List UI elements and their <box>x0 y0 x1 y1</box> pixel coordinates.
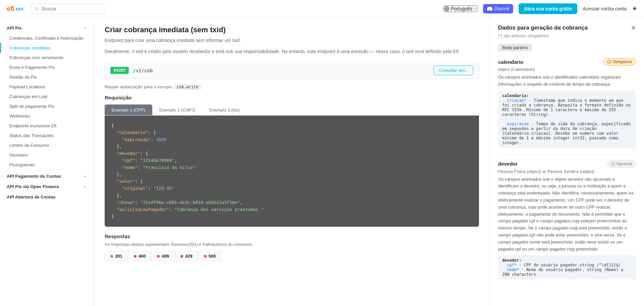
theme-toggle-button[interactable]: ☀ <box>632 5 637 12</box>
svg-line-1 <box>38 9 39 10</box>
body-params-badge: Body params <box>498 44 532 51</box>
code-line-5: "devedor": { <box>111 150 472 157</box>
consult-attributes-button[interactable]: Consultar atri... <box>434 65 473 75</box>
code-line-7: "nome": "Francisco da Silva" <box>111 164 472 171</box>
sidebar-item-payload-locations[interactable]: Payload Locations <box>0 82 94 92</box>
translate-icon <box>444 6 449 11</box>
tab-cpf[interactable]: Exemplo 1 (CPF) <box>105 104 152 115</box>
sidebar-api-abertura-label: API Abertura de Contas <box>7 194 55 200</box>
logo: efi PAY <box>7 4 24 13</box>
header-right: Português Discord Abra sua conta grátis … <box>443 3 637 14</box>
discord-button[interactable]: Discord <box>483 4 513 13</box>
search-icon <box>35 6 39 11</box>
response-tab-429[interactable]: 429 <box>175 251 198 261</box>
chevron-down-icon <box>474 7 477 10</box>
param-header-devedor: devedor Opcional <box>498 160 636 168</box>
tab-loc[interactable]: Exemplo 3 (loc) <box>202 104 247 115</box>
responses-desc: As respostas abaixo representam Sucesso(… <box>105 242 479 247</box>
sidebar-api-pix-finance-label: API Pix via Open Finance <box>7 184 59 189</box>
badge-required-calendario: Obrigatório <box>603 58 636 65</box>
devedor-cpf: cpf* - CPF do usuário pagador.string /^\… <box>502 263 632 267</box>
sidebar-item-cobranças-imediatas[interactable]: Cobranças imediatas <box>0 43 94 53</box>
chevron-down-icon-3 <box>83 185 87 189</box>
code-line-11: }, <box>111 192 472 199</box>
svg-point-0 <box>36 7 38 10</box>
tab-cnpj[interactable]: Exemplo 2 (CNPJ) <box>152 104 203 115</box>
open-account-button[interactable]: Abra sua conta grátis <box>519 3 577 14</box>
sidebar-item-limites-consumo[interactable]: Limites de Consumo <box>0 140 94 150</box>
search-input[interactable] <box>42 6 100 11</box>
responses-label: Respostas <box>105 233 479 239</box>
scope-line: Requer autorização para o escopo: cob.wr… <box>105 84 479 89</box>
sidebar-section-api-pagamento[interactable]: API Pagamento de Contas <box>0 171 94 181</box>
required-note: (*) são atributos obrigatórios <box>498 34 636 38</box>
sidebar-item-fluxogramas[interactable]: Fluxogramas <box>0 160 94 170</box>
minus-circle-icon <box>611 162 615 166</box>
search-box[interactable] <box>31 4 104 14</box>
code-block: { "calendario": { "expiracao": 3600 }, "… <box>105 116 479 227</box>
calendario-expiracao: expiracao - Tempo de vida da cobrança, e… <box>502 122 632 145</box>
param-desc-calendario: Os campos aninhados sob o identificador … <box>498 74 636 88</box>
code-line-8: }, <box>111 171 472 178</box>
param-desc-devedor: Os campos aninhados sob o objeto devedor… <box>498 176 636 253</box>
response-tab-409[interactable]: 409 <box>151 251 175 261</box>
response-tab-201[interactable]: 201 <box>105 251 128 261</box>
badge-optional-label: Opcional <box>616 162 632 166</box>
sidebar-section-api-pix-header[interactable]: API Pix <box>0 23 94 33</box>
login-button[interactable]: Acessar minha conta <box>583 6 627 11</box>
code-line-9: "valor": { <box>111 178 472 185</box>
chevron-up-icon <box>83 26 87 30</box>
sidebar-item-gestao-pix[interactable]: Gestão de Pix <box>0 72 94 82</box>
code-line-6: "cpf": "12345678989", <box>111 157 472 164</box>
method-badge: POST <box>110 67 129 74</box>
scope-badge: cob.write <box>174 84 201 90</box>
param-section-calendario: calendario Obrigatório object (Calendári… <box>498 58 636 148</box>
code-line-4: }, <box>111 143 472 150</box>
code-line-2: "calendario": { <box>111 129 472 136</box>
status-dot-201 <box>110 255 113 258</box>
status-dot-429 <box>180 255 183 258</box>
sidebar-item-status-transacoes[interactable]: Status das Transações <box>0 131 94 140</box>
code-line-14: } <box>111 213 472 220</box>
logo-efi-text: efi <box>7 4 14 13</box>
sidebar-item-glossario[interactable]: Glossário <box>0 150 94 160</box>
endpoint-path: /v2/cob <box>133 68 153 73</box>
page-subtitle: Endpoint para criar uma cobrança imediat… <box>105 37 479 44</box>
response-tab-400[interactable]: 400 <box>128 251 152 261</box>
sidebar-item-endpoints-exclusivos[interactable]: Endpoints exclusivos Efi <box>0 121 94 131</box>
sidebar-section-api-abertura[interactable]: API Abertura de Contas <box>0 192 94 202</box>
discord-icon <box>487 6 492 11</box>
response-tab-500[interactable]: 500 <box>198 251 222 261</box>
sidebar-item-split-pagamento[interactable]: Split de pagamento Pix <box>0 101 94 111</box>
status-dot-400 <box>134 255 137 258</box>
svg-point-4 <box>607 60 611 63</box>
right-panel: Dados para geração da cobrança ✕ (*) são… <box>490 17 644 306</box>
response-tab-label-500: 500 <box>209 254 216 259</box>
sidebar-item-webhooks[interactable]: Webhooks <box>0 111 94 121</box>
discord-label: Discord <box>494 6 509 11</box>
sidebar-api-pagamento-label: API Pagamento de Contas <box>7 174 61 179</box>
right-panel-header: Dados para geração da cobrança ✕ <box>498 24 636 32</box>
code-line-13: "solicitacaoPagador": "Cobrança dos serv… <box>111 206 472 213</box>
sidebar-item-credenciais[interactable]: Credenciais, Certificado e Autorização <box>0 33 94 43</box>
response-tab-label-429: 429 <box>185 254 193 259</box>
chevron-down-icon-2 <box>83 174 87 178</box>
sidebar-item-envio-pagamento[interactable]: Envio e Pagamento Pix <box>0 62 94 72</box>
param-header-calendario: calendario Obrigatório <box>498 58 636 65</box>
endpoint-bar: POST /v2/cob Consultar atri... <box>105 62 479 79</box>
divider-1 <box>498 155 636 155</box>
requisicao-label: Requisição <box>105 95 479 100</box>
sidebar-item-cobranças-vencimento[interactable]: Cobranças com vencimento <box>0 53 94 62</box>
sidebar-item-cobranças-lote[interactable]: Cobranças em Lote <box>0 92 94 101</box>
response-tab-label-409: 409 <box>162 254 169 259</box>
param-name-devedor: devedor <box>498 161 518 167</box>
language-button[interactable]: Português <box>443 5 478 12</box>
language-label: Português <box>451 6 472 11</box>
response-tab-label-400: 400 <box>139 254 146 259</box>
sidebar-section-api-pix-finance[interactable]: API Pix via Open Finance <box>0 181 94 192</box>
main-layout: API Pix Credenciais, Certificado e Autor… <box>0 17 644 306</box>
logo-pay-text: PAY <box>16 7 24 12</box>
sidebar-section-api-pix: API Pix Credenciais, Certificado e Autor… <box>0 23 94 170</box>
close-button[interactable]: ✕ <box>631 24 636 32</box>
param-name-calendario: calendario <box>498 59 523 65</box>
